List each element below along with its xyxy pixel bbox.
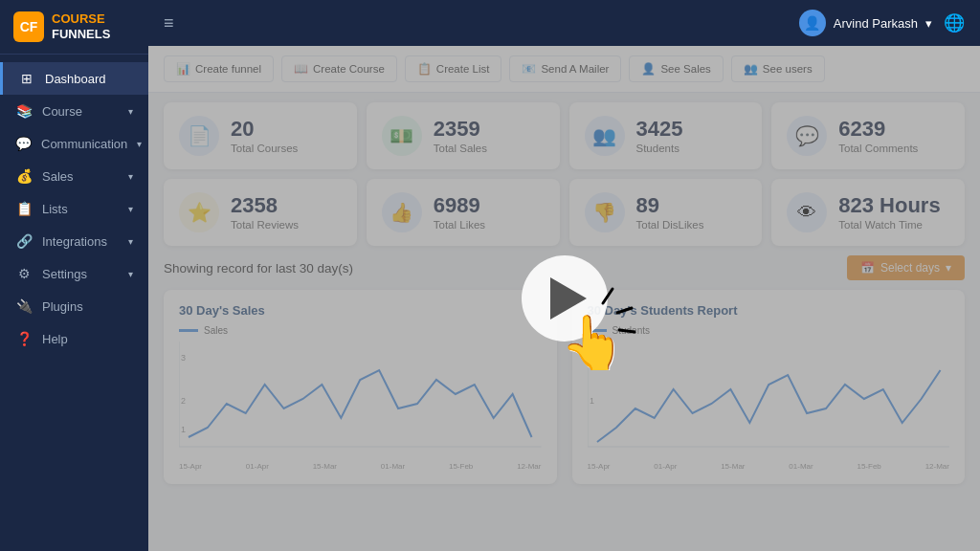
likes-icon: 👍 [390,201,413,224]
students-chart-card: 30 Day's Students Report Students 2 1 15… [572,290,966,484]
sidebar-item-dashboard[interactable]: ⊞ Dashboard [0,62,148,95]
sidebar-item-label: Help [42,332,68,346]
charts-row: 30 Day's Sales Sales 3 2 1 15-Apr01-Apr1… [164,290,965,484]
stat-info: 89 Total DisLikes [636,194,704,231]
sidebar-item-settings[interactable]: ⚙ Settings ▾ [0,257,148,290]
sidebar-item-plugins[interactable]: 🔌 Plugins [0,290,148,322]
plugins-icon: 🔌 [15,298,33,314]
user-menu[interactable]: 👤 Arvind Parkash ▾ [799,10,932,36]
stat-number: 2359 [434,118,487,141]
stat-icon-wrap: ⭐ [179,192,219,232]
svg-text:2: 2 [589,353,593,363]
sales-legend: Sales [204,325,228,336]
chevron-down-icon: ▾ [128,269,133,279]
chevron-down-icon: ▾ [128,236,133,247]
reviews-icon: ⭐ [188,201,212,224]
sidebar-logo: CF COURSEFUNNELS [0,0,148,55]
see-users-button[interactable]: 👥 See users [731,55,825,82]
svg-text:2: 2 [181,396,186,406]
hamburger-icon[interactable]: ≡ [164,13,174,33]
sidebar-item-course[interactable]: 📚 Course ▾ [0,95,148,127]
students-icon: 👥 [592,124,616,147]
action-bar: 📊 Create funnel 📖 Create Course 📋 Create… [148,46,980,93]
stat-card-comments: 💬 6239 Total Comments [771,102,965,169]
charts-section: Showing record for last 30 day(s) 📅 Sele… [148,255,980,494]
chevron-down-icon: ▾ [128,204,133,214]
stat-icon-wrap: 👍 [382,192,422,232]
sales-icon: 👤 [641,62,656,76]
stat-label: Total Comments [838,143,918,154]
select-days-button[interactable]: 📅 Select days ▾ [847,255,965,280]
mailer-icon: 📧 [522,62,536,76]
send-mailer-button[interactable]: 📧 Send A Mailer [509,55,621,82]
stat-icon-wrap: 💵 [382,116,422,156]
dislikes-icon: 👎 [592,201,616,224]
stat-icon-wrap: 📄 [179,116,219,156]
funnel-icon: 📊 [176,62,190,76]
create-funnel-button[interactable]: 📊 Create funnel [164,55,274,82]
stat-info: 2359 Total Sales [434,118,487,154]
watchtime-icon: 👁 [797,202,816,224]
stat-label: Total DisLikes [636,219,704,231]
see-sales-button[interactable]: 👤 See Sales [629,55,723,82]
stat-card-watchtime: 👁 823 Hours Total Watch Time [771,179,965,246]
lists-icon: 📋 [15,201,33,216]
sidebar-item-communication[interactable]: 💬 Communication ▾ [0,127,148,160]
sales-icon: 💰 [15,168,33,184]
stat-number: 3425 [636,118,683,141]
stat-label: Students [636,143,683,154]
chevron-down-icon: ▾ [946,261,951,275]
user-name: Arvind Parkash [834,16,918,31]
stat-info: 20 Total Courses [231,118,298,154]
sidebar-item-lists[interactable]: 📋 Lists ▾ [0,192,148,225]
settings-icon: ⚙ [15,266,33,281]
courses-icon: 📄 [188,124,212,147]
students-legend: Students [612,325,650,336]
stat-number: 89 [636,194,704,217]
dashboard-icon: ⊞ [18,71,35,86]
list-icon: 📋 [417,62,432,76]
chevron-down-icon: ▾ [128,106,133,117]
stat-card-sales: 💵 2359 Total Sales [367,102,560,169]
integrations-icon: 🔗 [15,233,33,249]
svg-text:3: 3 [181,353,186,363]
chevron-down-icon: ▾ [137,139,142,149]
help-icon: ❓ [15,331,33,346]
sidebar-item-sales[interactable]: 💰 Sales ▾ [0,160,148,192]
svg-text:1: 1 [181,425,186,434]
stat-label: Total Reviews [231,219,299,231]
charts-header: Showing record for last 30 day(s) 📅 Sele… [164,255,965,280]
sidebar-item-help[interactable]: ❓ Help [0,322,148,355]
stat-card-likes: 👍 6989 Total Likes [367,179,560,246]
sidebar-item-label: Course [42,104,82,119]
stat-card-students: 👥 3425 Students [569,102,763,169]
topbar-right: 👤 Arvind Parkash ▾ 🌐 [799,10,965,36]
stat-card-courses: 📄 20 Total Courses [164,102,357,169]
sales-chart-card: 30 Day's Sales Sales 3 2 1 15-Apr01-Apr1… [164,290,557,484]
stat-number: 6239 [838,118,918,141]
calendar-icon: 📅 [860,261,875,275]
sidebar-item-label: Communication [41,137,127,151]
sales-chart-xaxis: 15-Apr01-Apr15-Mar01-Mar15-Feb12-Mar [179,462,542,471]
chevron-down-icon: ▾ [128,171,133,182]
charts-showing-text: Showing record for last 30 day(s) [164,261,353,276]
stat-info: 6239 Total Comments [838,118,918,154]
stat-number: 2358 [231,194,299,217]
globe-icon[interactable]: 🌐 [944,12,965,33]
create-course-button[interactable]: 📖 Create Course [281,55,397,82]
stat-info: 3425 Students [636,118,683,154]
sidebar-item-label: Dashboard [45,72,106,86]
users-icon: 👥 [744,62,758,76]
sidebar-item-label: Sales [42,169,74,184]
stat-info: 823 Hours Total Watch Time [838,194,940,231]
stat-card-dislikes: 👎 89 Total DisLikes [569,179,763,246]
stat-label: Total Likes [434,219,485,231]
topbar: ≡ 👤 Arvind Parkash ▾ 🌐 [148,0,980,46]
sidebar-item-integrations[interactable]: 🔗 Integrations ▾ [0,225,148,257]
sidebar-navigation: ⊞ Dashboard 📚 Course ▾ 💬 Communication ▾… [0,55,148,551]
sales-chart-title: 30 Day's Sales [179,303,542,318]
sidebar-item-label: Plugins [42,299,83,314]
create-list-button[interactable]: 📋 Create List [405,55,502,82]
sidebar: CF COURSEFUNNELS ⊞ Dashboard 📚 Course ▾ … [0,0,148,551]
comments-icon: 💬 [795,124,819,147]
